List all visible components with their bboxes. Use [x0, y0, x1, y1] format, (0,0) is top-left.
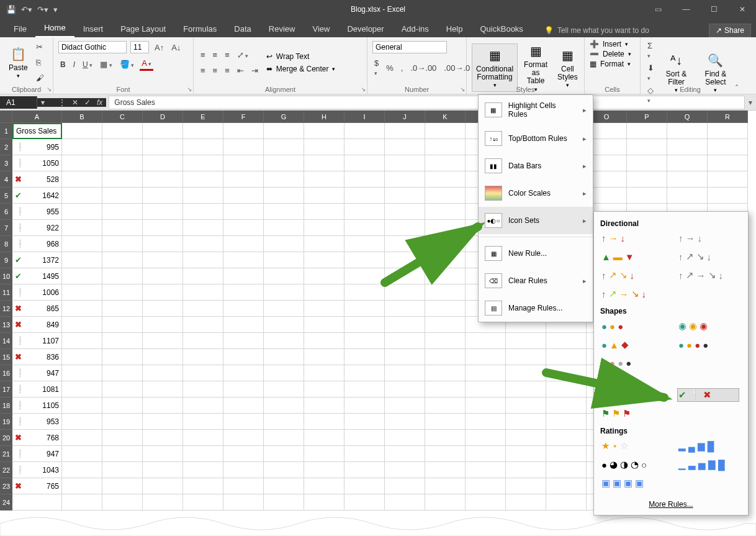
cell[interactable] [62, 301, 102, 317]
cell[interactable] [425, 317, 466, 333]
cell[interactable] [425, 268, 466, 284]
cell[interactable] [102, 123, 143, 139]
cell[interactable] [183, 414, 223, 430]
cell[interactable] [102, 268, 143, 284]
cell[interactable] [223, 123, 264, 139]
cell[interactable] [506, 381, 546, 397]
fill-icon[interactable]: ⬇ [646, 62, 656, 83]
cell[interactable] [223, 139, 264, 155]
cell[interactable]: ✖528 [12, 171, 62, 188]
cell[interactable] [62, 365, 102, 381]
cell[interactable] [223, 188, 264, 204]
cell[interactable] [102, 446, 143, 462]
row-header[interactable]: 20 [0, 430, 12, 446]
cell[interactable] [667, 171, 708, 188]
cell[interactable] [466, 446, 506, 462]
cell[interactable] [385, 397, 425, 414]
copy-icon[interactable]: ⎘ [34, 57, 46, 68]
cell[interactable] [264, 123, 304, 139]
cell[interactable] [466, 414, 506, 430]
row-header[interactable]: 13 [0, 317, 12, 333]
row-header[interactable]: 10 [0, 268, 12, 284]
cell[interactable] [102, 462, 143, 478]
cell[interactable] [425, 188, 466, 204]
cell[interactable] [223, 430, 264, 446]
cell[interactable] [425, 171, 466, 188]
cell[interactable] [264, 171, 304, 188]
cell[interactable] [546, 397, 587, 414]
cell[interactable]: ❕968 [12, 236, 62, 252]
cell[interactable] [62, 430, 102, 446]
tab-insert[interactable]: Insert [74, 20, 112, 37]
cell[interactable] [546, 414, 587, 430]
cell[interactable] [385, 252, 425, 268]
cell[interactable] [223, 494, 264, 511]
row-header[interactable]: 23 [0, 478, 12, 494]
cell[interactable] [223, 462, 264, 478]
cell[interactable] [385, 139, 425, 155]
cell[interactable]: ✖768 [12, 430, 62, 446]
column-header[interactable]: G [264, 111, 304, 123]
number-dialog-launcher-icon[interactable]: ↘ [460, 86, 465, 93]
cell[interactable]: ✖765 [12, 478, 62, 494]
cell[interactable] [183, 204, 223, 220]
insert-function-icon[interactable]: fx [97, 98, 102, 107]
cell[interactable] [143, 462, 183, 478]
row-header[interactable]: 4 [0, 171, 12, 188]
cell[interactable] [344, 188, 385, 204]
cell[interactable] [627, 123, 667, 139]
cell[interactable] [425, 301, 466, 317]
conditional-formatting-button[interactable]: ▦ Conditional Formatting▾ [472, 43, 518, 92]
cell[interactable] [506, 365, 546, 381]
cell[interactable] [183, 365, 223, 381]
cell[interactable] [344, 317, 385, 333]
cell[interactable] [102, 284, 143, 301]
cell[interactable] [264, 188, 304, 204]
cell[interactable] [143, 381, 183, 397]
cell[interactable] [627, 139, 667, 155]
cell[interactable] [425, 414, 466, 430]
cell[interactable]: ✖865 [12, 301, 62, 317]
share-button[interactable]: ↗ Share [709, 24, 751, 37]
tell-me-search[interactable]: 💡 Tell me what you want to do [544, 24, 649, 37]
cell[interactable] [102, 155, 143, 171]
cell[interactable] [102, 494, 143, 511]
cell[interactable] [143, 268, 183, 284]
cell[interactable] [102, 301, 143, 317]
row-header[interactable]: 14 [0, 333, 12, 349]
cell[interactable] [143, 236, 183, 252]
cell[interactable] [143, 188, 183, 204]
cell[interactable]: ❕1081 [12, 381, 62, 397]
cell[interactable] [223, 301, 264, 317]
collapse-ribbon-icon[interactable]: ˄ [735, 84, 739, 93]
bold-button[interactable]: B [58, 58, 68, 70]
cell[interactable] [344, 365, 385, 381]
iconset-3stars[interactable]: ★⋆☆ [600, 439, 662, 453]
cell[interactable] [223, 236, 264, 252]
cell[interactable] [385, 268, 425, 284]
cell[interactable] [385, 284, 425, 301]
iconset-4arrows-gray[interactable]: ↑↗↘↓ [677, 250, 739, 263]
cell[interactable] [385, 381, 425, 397]
cell[interactable] [304, 430, 344, 446]
iconset-3triangles[interactable]: ▲▬▼ [600, 250, 662, 263]
cell[interactable] [102, 220, 143, 236]
cell[interactable] [264, 478, 304, 494]
cell[interactable] [506, 462, 546, 478]
cell[interactable] [102, 349, 143, 365]
fill-color-icon[interactable]: 🪣 [118, 58, 137, 70]
wrap-text-button[interactable]: ↩Wrap Text [266, 52, 336, 61]
cell[interactable] [466, 494, 506, 511]
cell[interactable] [627, 188, 667, 204]
cell[interactable] [62, 188, 102, 204]
cell[interactable] [102, 252, 143, 268]
column-header[interactable]: Q [667, 111, 708, 123]
cell[interactable] [385, 349, 425, 365]
tab-home[interactable]: Home [35, 19, 74, 37]
cell[interactable] [385, 414, 425, 430]
column-header[interactable]: A [12, 111, 62, 123]
cell[interactable] [143, 204, 183, 220]
cell[interactable] [344, 139, 385, 155]
cell[interactable] [304, 414, 344, 430]
cell[interactable] [546, 349, 587, 365]
